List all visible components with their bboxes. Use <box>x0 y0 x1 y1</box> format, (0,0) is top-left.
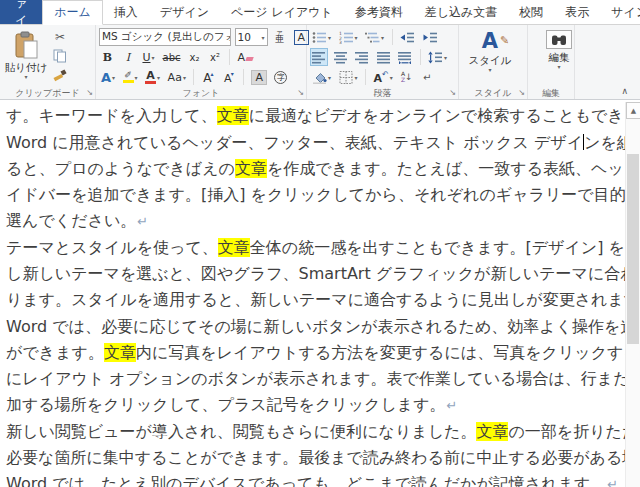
increase-indent-icon <box>423 30 438 44</box>
text-run: に最適なビデオをオンラインで検索することもできます。 <box>249 106 640 125</box>
tab-file[interactable]: ファイル <box>0 0 42 24</box>
document-line: ります。スタイルを適用すると、新しいテーマに適合するように見出しが変更されます。… <box>6 287 620 314</box>
shading-button[interactable] <box>310 68 333 86</box>
increase-indent-button[interactable] <box>421 28 440 46</box>
document-line: テーマとスタイルを使って、文章全体の統一感を出すこともできます。[デザイン] を… <box>6 235 620 261</box>
editing-group: 編集 編集 <box>528 25 575 99</box>
collapse-ribbon-icon[interactable]: ∧ <box>621 86 628 96</box>
paste-button[interactable]: 貼り付け <box>3 28 49 84</box>
align-center-button[interactable] <box>332 48 350 66</box>
vertical-scrollbar[interactable]: ▲ <box>625 102 640 487</box>
phonetic-guide-button[interactable]: ア亜 <box>271 28 288 46</box>
justify-icon <box>377 50 391 64</box>
align-right-button[interactable] <box>353 48 371 66</box>
show-formatting-marks-button[interactable]: ↵ <box>419 68 436 86</box>
asian-layout-icon: A↶ <box>374 70 389 85</box>
tab-review[interactable]: 校閲 <box>508 0 554 24</box>
highlight-color-button[interactable]: ✐ <box>121 68 140 86</box>
highlighted-text: 文章 <box>104 343 136 362</box>
tab-page-layout[interactable]: ページ レイアウト <box>220 0 344 24</box>
document-line: す。キーワードを入力して、文章に最適なビデオをオンラインで検索することもできます… <box>6 103 620 130</box>
decrease-indent-button[interactable] <box>398 28 417 46</box>
tab-sign-in[interactable]: サインイン <box>600 0 640 24</box>
shrink-font-button[interactable]: A▾ <box>220 68 237 86</box>
tab-design[interactable]: デザイン <box>149 0 220 24</box>
grow-font-button[interactable]: A▴ <box>200 68 217 86</box>
numbering-button[interactable]: 123 <box>337 28 360 46</box>
italic-button[interactable]: I <box>120 48 137 66</box>
borders-button[interactable] <box>337 68 360 86</box>
font-color-button[interactable]: A <box>143 68 162 86</box>
highlighted-text: 文章 <box>235 159 267 178</box>
styles-group: A✎ スタイル スタイル ↘ <box>459 25 528 99</box>
text-run: イドバーを追加できます。[挿入] をクリックしてから、それぞれのギャラリーで目的… <box>6 185 640 204</box>
asian-layout-button[interactable]: A↶ <box>372 68 395 86</box>
paragraph-group-label: 段落 <box>307 87 458 99</box>
format-painter-button[interactable] <box>51 66 69 84</box>
font-size-select[interactable]: 10▾ <box>235 28 268 46</box>
enclose-characters-button[interactable]: 字 <box>272 68 289 86</box>
scroll-up-button[interactable]: ▲ <box>626 102 640 119</box>
styles-button[interactable]: A✎ スタイル <box>462 28 518 72</box>
bullets-button[interactable] <box>310 28 333 46</box>
paragraph-dialog-launcher[interactable]: ↘ <box>448 87 457 99</box>
align-left-button[interactable] <box>310 48 328 66</box>
strikethrough-label: abc <box>163 52 181 63</box>
divider <box>229 49 230 65</box>
tab-insert[interactable]: 挿入 <box>103 0 149 24</box>
bold-button[interactable]: B <box>99 48 116 66</box>
change-case-button[interactable]: Aa <box>166 68 188 86</box>
text-run: テーマとスタイルを使って、 <box>6 238 218 257</box>
text-run: 選んでください。 <box>6 211 136 230</box>
multilevel-list-icon <box>365 30 380 44</box>
tab-references[interactable]: 参考資料 <box>344 0 414 24</box>
scrollbar-thumb[interactable] <box>627 154 639 344</box>
clipboard-group: 貼り付け ✂ クリップボード ↘ <box>0 25 96 99</box>
document-line: ができます。文章内に写真をレイアウトする方法を変更するには、写真をクリックすると… <box>6 340 620 366</box>
text-run: Word では、たとえ別のデバイスであっても、どこまで読んだかが記憶されます。 <box>6 474 606 487</box>
multilevel-list-button[interactable] <box>363 28 386 46</box>
font-dialog-launcher[interactable]: ↘ <box>296 87 305 99</box>
clear-formatting-button[interactable]: A <box>235 48 255 66</box>
underline-button[interactable]: U <box>140 48 157 66</box>
change-case-label: Aa <box>168 71 182 84</box>
character-shading-button[interactable]: A <box>249 68 269 86</box>
chevron-down-icon: ▾ <box>261 34 264 41</box>
paragraph-mark: ↵ <box>137 214 148 229</box>
superscript-button[interactable]: x² <box>206 48 223 66</box>
font-name-select[interactable]: MS ゴシック (見出しのフォ▾ <box>99 28 231 46</box>
clipboard-dialog-launcher[interactable]: ↘ <box>85 87 94 99</box>
document-line: にレイアウト オプションのボタンが表示されます。表で作業している場合は、行または… <box>6 366 620 392</box>
sort-button[interactable]: AZ↓ <box>398 68 415 86</box>
scroll-up-arrow-icon: ▲ <box>631 107 636 115</box>
document-line: Word では、必要に応じてその場に新しいボタンが表示されるため、効率よく操作を… <box>6 314 620 340</box>
character-shading-icon: A <box>251 70 267 85</box>
text-run: し新しいテーマを選ぶと、図やグラフ、SmartArt グラフィックが新しいテーマ… <box>6 264 640 283</box>
paragraph-mark: ↵ <box>607 477 618 487</box>
numbering-icon: 123 <box>339 30 354 44</box>
justify-button[interactable] <box>375 48 393 66</box>
underline-label: U <box>142 51 150 64</box>
scissors-icon: ✂ <box>55 30 65 44</box>
editing-button[interactable]: 編集 <box>531 28 587 69</box>
styles-button-label: スタイル <box>469 54 512 68</box>
ribbon-tab-bar: ファイル ホーム 挿入 デザイン ページ レイアウト 参考資料 差し込み文書 校… <box>0 0 640 25</box>
strikethrough-button[interactable]: abc <box>161 48 183 66</box>
document-line: Word では、たとえ別のデバイスであっても、どこまで読んだかが記憶されます。↵ <box>6 471 620 487</box>
cut-button[interactable]: ✂ <box>51 28 69 46</box>
tab-home[interactable]: ホーム <box>42 0 103 25</box>
document-area[interactable]: す。キーワードを入力して、文章に最適なビデオをオンラインで検索することもできます… <box>0 100 640 487</box>
subscript-button[interactable]: x₂ <box>186 48 203 66</box>
highlighted-text: 文章 <box>476 422 508 441</box>
tab-mailings[interactable]: 差し込み文書 <box>414 0 509 24</box>
text-run: Word では、必要に応じてその場に新しいボタンが表示されるため、効率よく操作を… <box>6 317 640 336</box>
paragraph-mark: ↵ <box>447 398 458 413</box>
copy-button[interactable] <box>51 47 69 65</box>
tab-view[interactable]: 表示 <box>554 0 600 24</box>
text-run: を作成できます。たとえば、一致する表紙、ヘッダー、サ <box>267 159 640 178</box>
styles-dialog-launcher[interactable]: ↘ <box>517 87 526 99</box>
distribute-button[interactable] <box>396 48 414 66</box>
text-effects-button[interactable]: A <box>99 68 117 86</box>
line-spacing-button[interactable] <box>426 48 449 66</box>
bullets-icon <box>312 30 327 44</box>
